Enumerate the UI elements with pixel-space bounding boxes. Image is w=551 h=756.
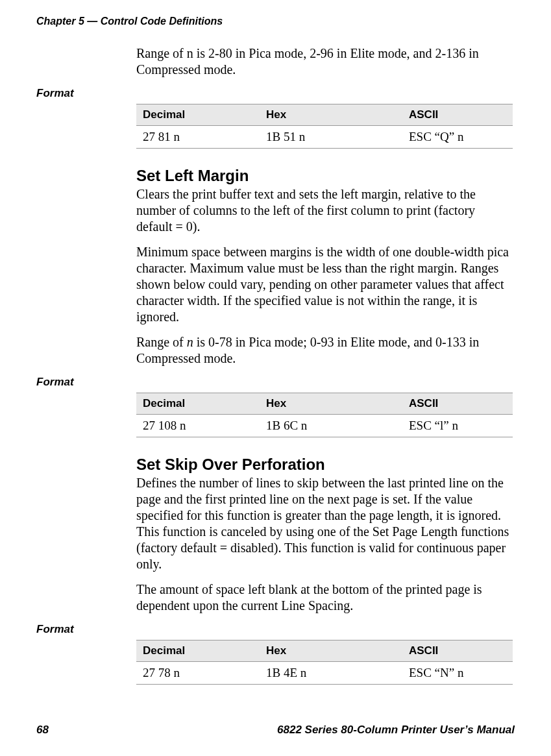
- section1-p1: Clears the print buffer text and sets th…: [136, 186, 513, 235]
- cell-decimal: 27 108 n: [136, 415, 260, 437]
- section-title-set-left-margin: Set Left Margin: [136, 167, 515, 185]
- intro-block: Range of n is 2-80 in Pica mode, 2-96 in…: [136, 45, 513, 78]
- section2-body: Defines the number of lines to skip betw…: [136, 475, 513, 614]
- section2-p1: Defines the number of lines to skip betw…: [136, 475, 513, 572]
- cell-decimal: 27 81 n: [136, 126, 260, 149]
- col-ascii: ASCII: [402, 640, 513, 662]
- table-header-row: Decimal Hex ASCII: [136, 104, 513, 126]
- col-ascii: ASCII: [402, 393, 513, 415]
- table-row: 27 78 n 1B 4E n ESC “N” n: [136, 662, 513, 685]
- cell-ascii: ESC “N” n: [402, 662, 513, 685]
- section-title-set-skip-over-perforation: Set Skip Over Perforation: [136, 456, 515, 474]
- format-label-1: Format: [36, 87, 515, 100]
- col-decimal: Decimal: [136, 104, 260, 126]
- table-row: 27 108 n 1B 6C n ESC “l” n: [136, 415, 513, 437]
- col-hex: Hex: [260, 393, 402, 415]
- footer-title: 6822 Series 80-Column Printer User’s Man…: [277, 724, 515, 737]
- section1-body: Clears the print buffer text and sets th…: [136, 186, 513, 367]
- cell-hex: 1B 6C n: [260, 415, 402, 437]
- section1-p3: Range of n is 0-78 in Pica mode; 0-93 in…: [136, 334, 513, 367]
- intro-paragraph: Range of n is 2-80 in Pica mode, 2-96 in…: [136, 45, 513, 78]
- format-label-2: Format: [36, 376, 515, 389]
- cell-hex: 1B 51 n: [260, 126, 402, 149]
- content-area: Range of n is 2-80 in Pica mode, 2-96 in…: [36, 45, 515, 703]
- page: Chapter 5 — Control Code Definitions Ran…: [0, 0, 551, 756]
- running-header: Chapter 5 — Control Code Definitions: [36, 16, 223, 27]
- p3-prefix: Range of: [136, 335, 187, 349]
- col-decimal: Decimal: [136, 393, 260, 415]
- format-table-1: Decimal Hex ASCII 27 81 n 1B 51 n ESC “Q…: [136, 104, 513, 149]
- footer: 68 6822 Series 80-Column Printer User’s …: [36, 724, 515, 737]
- table-row: 27 81 n 1B 51 n ESC “Q” n: [136, 126, 513, 149]
- p3-n-italic: n: [187, 335, 193, 349]
- page-number: 68: [36, 724, 49, 737]
- cell-ascii: ESC “l” n: [402, 415, 513, 437]
- col-hex: Hex: [260, 640, 402, 662]
- table-header-row: Decimal Hex ASCII: [136, 640, 513, 662]
- cell-ascii: ESC “Q” n: [402, 126, 513, 149]
- cell-hex: 1B 4E n: [260, 662, 402, 685]
- col-ascii: ASCII: [402, 104, 513, 126]
- table-header-row: Decimal Hex ASCII: [136, 393, 513, 415]
- col-decimal: Decimal: [136, 640, 260, 662]
- cell-decimal: 27 78 n: [136, 662, 260, 685]
- format-table-3: Decimal Hex ASCII 27 78 n 1B 4E n ESC “N…: [136, 640, 513, 685]
- format-table-2: Decimal Hex ASCII 27 108 n 1B 6C n ESC “…: [136, 393, 513, 437]
- section1-p2: Minimum space between margins is the wid…: [136, 244, 513, 325]
- col-hex: Hex: [260, 104, 402, 126]
- format-label-3: Format: [36, 623, 515, 636]
- section2-p2: The amount of space left blank at the bo…: [136, 581, 513, 614]
